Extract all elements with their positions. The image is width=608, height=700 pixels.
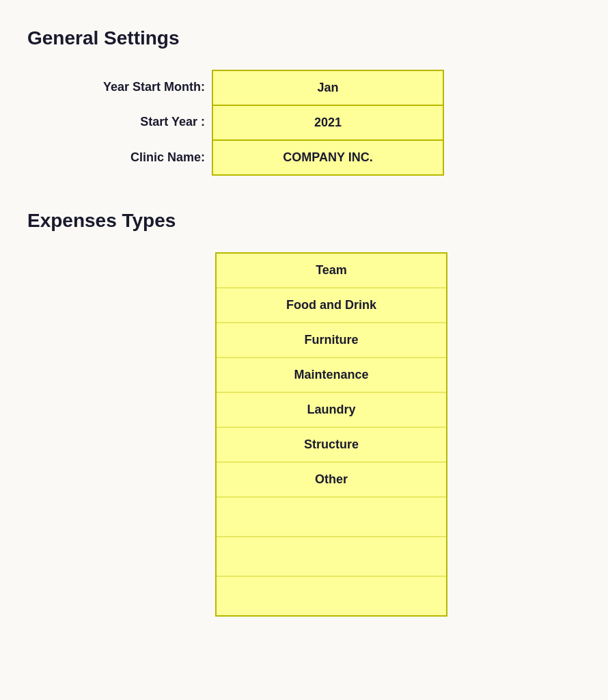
expense-item-laundry[interactable]: Laundry — [217, 393, 446, 428]
general-settings-title: General Settings — [27, 27, 581, 49]
year-start-month-row: Year Start Month: Jan — [27, 70, 581, 105]
expense-item-empty-1[interactable] — [217, 498, 446, 537]
year-start-month-value[interactable]: Jan — [212, 70, 444, 105]
expenses-types-section: Expenses Types Team Food and Drink Furni… — [27, 210, 581, 617]
expense-item-team[interactable]: Team — [217, 254, 446, 288]
settings-form: Year Start Month: Jan Start Year : 2021 … — [27, 70, 581, 176]
expenses-types-title: Expenses Types — [27, 210, 581, 232]
expense-item-furniture[interactable]: Furniture — [217, 323, 446, 358]
expense-item-structure[interactable]: Structure — [217, 428, 446, 463]
expense-item-maintenance[interactable]: Maintenance — [217, 358, 446, 393]
expense-item-empty-2[interactable] — [217, 537, 446, 577]
start-year-label: Start Year : — [27, 115, 212, 129]
general-settings-section: General Settings Year Start Month: Jan S… — [27, 27, 581, 176]
start-year-value[interactable]: 2021 — [212, 105, 444, 139]
year-start-month-label: Year Start Month: — [27, 80, 212, 94]
clinic-name-row: Clinic Name: COMPANY INC. — [27, 139, 581, 176]
expenses-list: Team Food and Drink Furniture Maintenanc… — [215, 252, 447, 617]
clinic-name-label: Clinic Name: — [27, 150, 212, 165]
expense-item-empty-3[interactable] — [217, 577, 446, 615]
clinic-name-value[interactable]: COMPANY INC. — [212, 139, 444, 176]
expense-item-food[interactable]: Food and Drink — [217, 288, 446, 323]
start-year-row: Start Year : 2021 — [27, 105, 581, 139]
expense-item-other[interactable]: Other — [217, 463, 446, 498]
